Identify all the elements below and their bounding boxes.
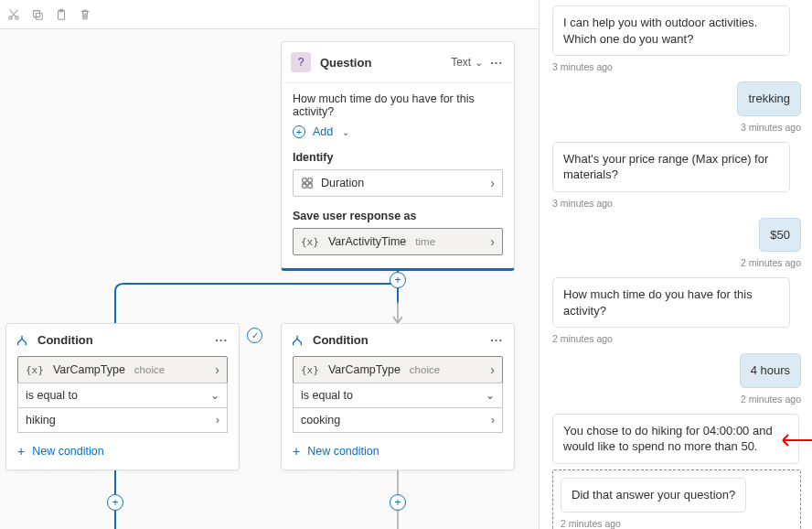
chevron-right-icon: › — [215, 362, 219, 377]
operator-value: is equal to — [301, 389, 353, 402]
timestamp: 2 minutes ago — [552, 333, 801, 344]
authoring-canvas[interactable]: ? Question Text ⌄ ··· How much time do y… — [0, 0, 540, 529]
identify-select[interactable]: Duration › — [293, 169, 503, 197]
bot-message: What's your price range (Max price) for … — [552, 142, 790, 192]
condition-var-type: choice — [410, 364, 440, 375]
svg-rect-8 — [303, 184, 306, 188]
branch-icon — [16, 334, 28, 347]
test-chat-panel: I can help you with outdoor activities. … — [540, 0, 812, 529]
value-select[interactable]: hiking › — [17, 407, 228, 433]
annotation-arrow-icon — [777, 434, 812, 447]
new-condition-button[interactable]: + New condition — [17, 444, 228, 459]
bot-message-highlighted: You chose to do hiking for 04:00:00 and … — [552, 414, 799, 464]
identify-value: Duration — [321, 177, 364, 189]
timestamp: 2 minutes ago — [741, 257, 801, 268]
add-node-button[interactable]: + — [390, 494, 406, 511]
new-condition-button[interactable]: + New condition — [293, 444, 503, 459]
condition-node-1[interactable]: Condition ··· {x} VarCampType choice › i… — [5, 323, 240, 470]
user-message: $50 — [759, 218, 801, 253]
question-prompt: How much time do you have for this activ… — [293, 92, 503, 118]
operator-select[interactable]: is equal to ⌄ — [293, 383, 503, 408]
user-message: 4 hours — [740, 353, 801, 388]
add-label: Add — [313, 125, 333, 138]
canvas-area[interactable]: ? Question Text ⌄ ··· How much time do y… — [0, 29, 539, 529]
save-response-label: Save user response as — [293, 210, 503, 222]
plus-icon: + — [293, 125, 305, 138]
condition-var-name: VarCampType — [326, 363, 402, 376]
chevron-down-icon: ⌄ — [342, 127, 349, 137]
check-circle-icon: ✓ — [247, 328, 262, 343]
question-title: Question — [320, 56, 451, 70]
operator-value: is equal to — [26, 389, 78, 402]
chevron-right-icon: › — [490, 234, 495, 249]
condition-title: Condition — [37, 333, 213, 347]
followup-box: Did that answer your question? 2 minutes… — [552, 470, 801, 529]
followup-message: Did that answer your question? — [561, 478, 746, 513]
chevron-down-icon: ⌄ — [486, 389, 495, 402]
operator-select[interactable]: is equal to ⌄ — [17, 383, 228, 408]
variable-icon: {x} — [301, 236, 319, 248]
new-condition-label: New condition — [307, 445, 379, 458]
condition-var-type: choice — [134, 364, 165, 375]
variable-icon: {x} — [26, 364, 44, 376]
add-button[interactable]: + Add ⌄ — [293, 125, 503, 138]
timestamp: 3 minutes ago — [552, 198, 801, 209]
canvas-toolbar — [0, 0, 539, 29]
more-icon[interactable]: ··· — [213, 333, 230, 347]
condition-var-name: VarCampType — [51, 363, 127, 376]
chevron-down-icon[interactable]: ⌄ — [475, 57, 483, 69]
add-node-button[interactable]: + — [390, 272, 406, 288]
paste-icon[interactable] — [55, 8, 68, 21]
variable-type: time — [415, 236, 435, 247]
question-icon: ? — [291, 52, 311, 72]
user-message: trekking — [737, 81, 801, 116]
svg-rect-3 — [36, 13, 42, 19]
cut-icon[interactable] — [7, 8, 20, 21]
svg-rect-7 — [308, 178, 312, 182]
chevron-right-icon: › — [490, 362, 495, 377]
timestamp: 3 minutes ago — [552, 61, 801, 72]
condition-title: Condition — [313, 333, 488, 347]
condition-variable-select[interactable]: {x} VarCampType choice › — [293, 356, 503, 383]
question-header: ? Question Text ⌄ ··· — [282, 42, 514, 83]
add-node-button[interactable]: + — [107, 494, 123, 511]
value-select[interactable]: cooking › — [293, 407, 503, 433]
condition-node-2[interactable]: Condition ··· {x} VarCampType choice › i… — [281, 323, 515, 470]
timestamp: 2 minutes ago — [741, 394, 801, 405]
identify-label: Identify — [293, 151, 503, 164]
condition-value: cooking — [301, 414, 340, 426]
svg-rect-6 — [303, 178, 306, 182]
svg-rect-9 — [308, 184, 312, 188]
plus-icon: + — [293, 444, 300, 459]
new-condition-label: New condition — [32, 445, 104, 458]
svg-rect-2 — [34, 10, 40, 16]
plus-icon: + — [17, 444, 25, 459]
condition-variable-select[interactable]: {x} VarCampType choice › — [17, 356, 228, 383]
question-type-label[interactable]: Text — [451, 56, 471, 69]
entity-icon — [301, 177, 314, 189]
more-icon[interactable]: ··· — [488, 56, 505, 70]
bot-message: How much time do you have for this activ… — [552, 277, 790, 328]
chevron-right-icon: › — [216, 414, 219, 426]
variable-select[interactable]: {x} VarActivityTime time › — [293, 228, 503, 255]
condition-header: Condition ··· — [6, 324, 239, 356]
variable-icon: {x} — [301, 364, 319, 376]
question-node[interactable]: ? Question Text ⌄ ··· How much time do y… — [281, 41, 515, 271]
timestamp: 3 minutes ago — [741, 122, 801, 133]
condition-header: Condition ··· — [282, 324, 514, 356]
variable-name: VarActivityTime — [326, 235, 408, 248]
condition-value: hiking — [26, 414, 56, 426]
more-icon[interactable]: ··· — [488, 333, 505, 347]
copy-icon[interactable] — [31, 8, 44, 21]
chevron-down-icon: ⌄ — [210, 389, 219, 402]
branch-icon — [291, 334, 304, 347]
delete-icon[interactable] — [79, 8, 91, 21]
timestamp: 2 minutes ago — [561, 518, 793, 529]
bot-message: I can help you with outdoor activities. … — [552, 5, 790, 56]
chevron-right-icon: › — [491, 414, 495, 426]
chevron-right-icon: › — [490, 176, 495, 190]
